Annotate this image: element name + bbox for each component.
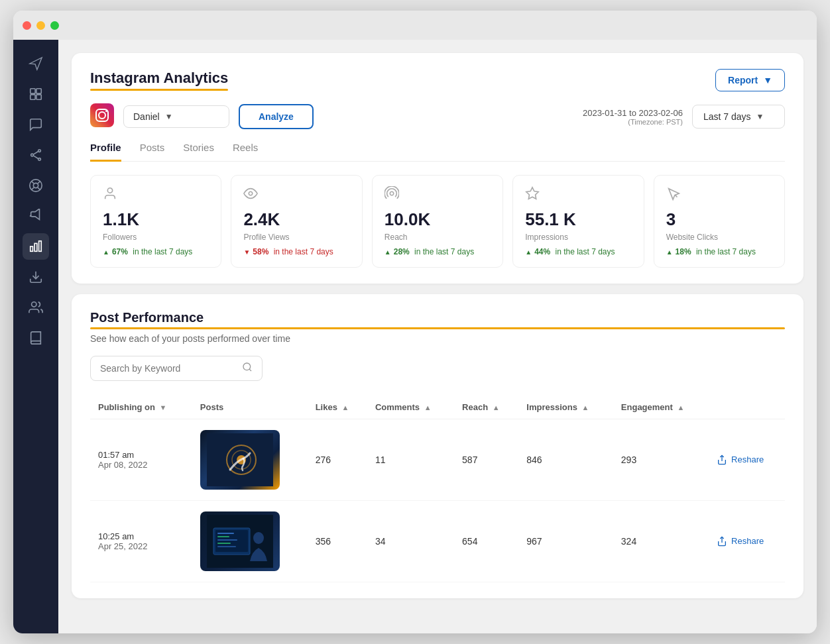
- account-name: Daniel: [133, 111, 160, 122]
- sidebar-item-messages[interactable]: [23, 111, 49, 138]
- sidebar-item-navigation[interactable]: [23, 50, 49, 77]
- stat-website-clicks: 3 Website Clicks 18% in the last 7 days: [654, 175, 785, 268]
- followers-label: Followers: [103, 233, 209, 242]
- post-time-cell: 10:25 am Apr 25, 2022: [90, 500, 192, 582]
- chevron-down-icon: ▼: [763, 75, 772, 85]
- post-thumbnail-cell: [192, 419, 308, 500]
- websiteclicks-label: Website Clicks: [666, 233, 772, 242]
- reach-value: 10.0K: [385, 209, 491, 230]
- star-icon: [525, 186, 631, 204]
- sidebar-item-analytics[interactable]: [23, 233, 49, 260]
- reach-change: 28% in the last 7 days: [385, 247, 491, 256]
- post-performance-subtitle: See how each of your posts performed ove…: [90, 333, 785, 344]
- tab-stories[interactable]: Stories: [183, 142, 214, 162]
- post-likes: 276: [308, 419, 367, 500]
- col-impressions[interactable]: Impressions ▲: [518, 396, 613, 419]
- svg-rect-40: [217, 543, 231, 544]
- sort-up-icon: ▲: [342, 403, 349, 411]
- toolbar: Daniel ▼ Analyze 2023-01-31 to 2023-02-0…: [90, 103, 785, 130]
- svg-point-42: [253, 532, 264, 544]
- stats-row: 1.1K Followers 67% in the last 7 days: [90, 175, 785, 268]
- post-reach: 654: [454, 500, 518, 582]
- sidebar-item-download[interactable]: [23, 264, 49, 290]
- date-range-text: 2023-01-31 to 2023-02-06: [583, 108, 683, 118]
- svg-marker-27: [526, 187, 538, 198]
- stat-reach: 10.0K Reach 28% in the last 7 days: [372, 175, 503, 268]
- books-icon: [29, 331, 43, 345]
- sidebar-item-campaigns[interactable]: [23, 203, 49, 229]
- impressions-change: 44% in the last 7 days: [525, 247, 631, 256]
- sidebar-item-dashboard[interactable]: [23, 81, 49, 107]
- tab-profile[interactable]: Profile: [90, 142, 121, 162]
- svg-point-25: [249, 191, 253, 195]
- post-thumbnail-cell: [192, 500, 308, 582]
- close-button[interactable]: [23, 21, 31, 30]
- search-icon: [242, 362, 253, 375]
- followers-value: 1.1K: [103, 209, 209, 230]
- svg-point-28: [243, 363, 251, 370]
- svg-rect-17: [39, 241, 42, 252]
- search-box[interactable]: [90, 356, 263, 381]
- post-date: Apr 25, 2022: [98, 541, 184, 551]
- tab-reels[interactable]: Reels: [233, 142, 258, 162]
- report-button[interactable]: Report ▼: [715, 69, 785, 91]
- eye-icon: [243, 186, 349, 204]
- col-publishing[interactable]: Publishing on ▼: [90, 396, 192, 419]
- col-likes[interactable]: Likes ▲: [308, 396, 367, 419]
- sidebar-item-network[interactable]: [23, 142, 49, 168]
- impressions-value: 55.1 K: [525, 209, 631, 230]
- col-engagement[interactable]: Engagement ▲: [613, 396, 709, 419]
- account-selector[interactable]: Daniel ▼: [123, 105, 229, 128]
- date-info: 2023-01-31 to 2023-02-06 (Timezone: PST): [583, 108, 683, 126]
- grid-icon: [29, 87, 43, 101]
- svg-line-8: [33, 156, 38, 159]
- page-title: Instagram Analytics: [90, 70, 228, 91]
- col-action: [709, 396, 785, 419]
- period-label: Last 7 days: [703, 111, 751, 122]
- post-thumbnail: [200, 511, 280, 571]
- sidebar-item-support[interactable]: [23, 172, 49, 199]
- profileviews-label: Profile Views: [243, 233, 349, 242]
- post-time: 01:57 am: [98, 450, 184, 460]
- search-input[interactable]: [100, 363, 237, 374]
- maximize-button[interactable]: [50, 21, 59, 30]
- reshare-cell: Reshare: [709, 500, 785, 582]
- post-date: Apr 08, 2022: [98, 460, 184, 470]
- arrow-down-icon: [243, 247, 250, 256]
- post-performance-card: Post Performance See how each of your po…: [72, 294, 803, 598]
- app-body: Instagram Analytics Report ▼: [13, 40, 817, 633]
- post-performance-title: Post Performance: [90, 310, 785, 329]
- impressions-label: Impressions: [525, 233, 631, 242]
- svg-rect-2: [30, 95, 35, 99]
- svg-point-24: [107, 188, 112, 192]
- report-label: Report: [728, 75, 758, 85]
- main-content: Instagram Analytics Report ▼: [58, 40, 817, 633]
- sidebar-item-library[interactable]: [23, 325, 49, 351]
- profileviews-change: 58% in the last 7 days: [243, 247, 349, 256]
- reshare-button[interactable]: Reshare: [717, 455, 764, 465]
- main-window: Instagram Analytics Report ▼: [13, 11, 817, 633]
- arrow-up-icon: [103, 247, 109, 256]
- reach-label: Reach: [385, 233, 491, 242]
- network-icon: [29, 148, 43, 162]
- table-row: 10:25 am Apr 25, 2022: [90, 500, 785, 582]
- sidebar: [13, 40, 58, 633]
- svg-line-7: [33, 152, 38, 155]
- sidebar-item-audience[interactable]: [23, 294, 49, 321]
- table-row: 01:57 am Apr 08, 2022: [90, 419, 785, 500]
- date-range-selector[interactable]: Last 7 days ▼: [692, 105, 785, 129]
- tab-posts[interactable]: Posts: [140, 142, 165, 162]
- minimize-button[interactable]: [36, 21, 45, 30]
- post-reach: 587: [454, 419, 518, 500]
- reshare-button[interactable]: Reshare: [717, 536, 764, 547]
- col-reach[interactable]: Reach ▲: [454, 396, 518, 419]
- chat-icon: [29, 117, 43, 132]
- svg-rect-39: [217, 539, 237, 541]
- svg-rect-20: [90, 103, 114, 127]
- svg-line-14: [32, 188, 34, 189]
- svg-line-12: [38, 188, 40, 189]
- analyze-button[interactable]: Analyze: [239, 104, 314, 129]
- col-comments[interactable]: Comments ▲: [367, 396, 454, 419]
- chevron-down-icon: ▼: [165, 112, 173, 121]
- svg-rect-37: [217, 533, 234, 534]
